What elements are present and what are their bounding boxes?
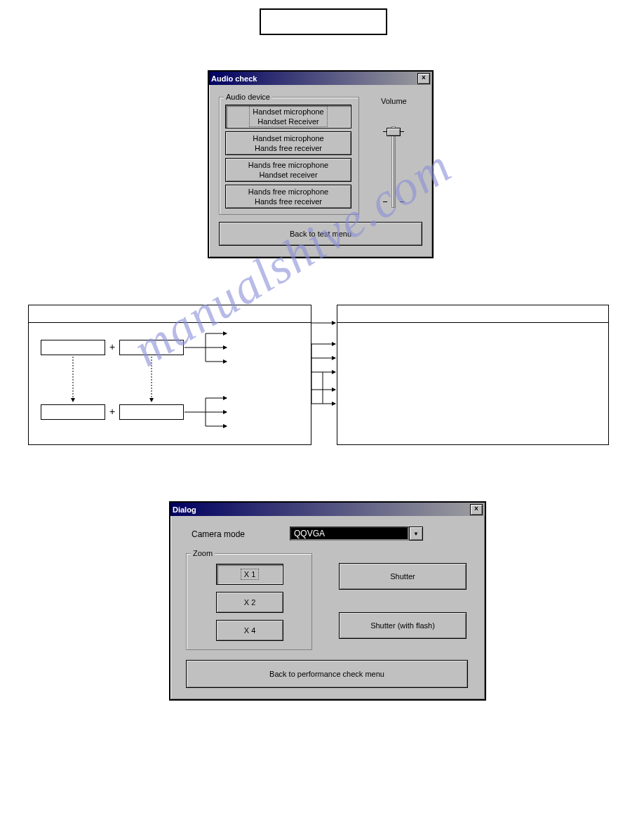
zoom-label: X 1 xyxy=(241,569,260,580)
shutter-button[interactable]: Shutter xyxy=(339,563,467,590)
button-label: Back to performance check menu xyxy=(269,669,384,679)
button-label: Shutter xyxy=(390,571,415,581)
camera-dialog: Dialog × Camera mode QQVGA ▼ Zoom X 1 X … xyxy=(169,501,486,701)
zoom-x2-button[interactable]: X 2 xyxy=(216,592,283,613)
zoom-x1-button[interactable]: X 1 xyxy=(216,564,283,585)
dropdown-arrow: ▼ xyxy=(409,527,423,541)
camera-dialog-title: Dialog xyxy=(173,505,470,514)
button-label: Shutter (with flash) xyxy=(370,621,435,630)
zoom-group: Zoom X 1 X 2 X 4 xyxy=(186,553,312,650)
camera-dialog-titlebar: Dialog × xyxy=(170,503,485,516)
zoom-label: X 2 xyxy=(244,597,256,607)
flow-arrows xyxy=(0,0,644,491)
zoom-label: X 4 xyxy=(244,626,256,635)
close-button[interactable]: × xyxy=(470,504,483,515)
shutter-with-flash-button[interactable]: Shutter (with flash) xyxy=(339,612,467,639)
camera-mode-dropdown[interactable]: QQVGA ▼ xyxy=(290,527,423,541)
zoom-group-label: Zoom xyxy=(191,549,215,557)
camera-mode-value: QQVGA xyxy=(290,527,409,541)
close-icon: × xyxy=(474,505,478,512)
camera-mode-label: Camera mode xyxy=(192,529,245,539)
chevron-down-icon: ▼ xyxy=(413,531,419,537)
back-to-performance-check-button[interactable]: Back to performance check menu xyxy=(186,660,468,688)
zoom-x4-button[interactable]: X 4 xyxy=(216,620,283,641)
